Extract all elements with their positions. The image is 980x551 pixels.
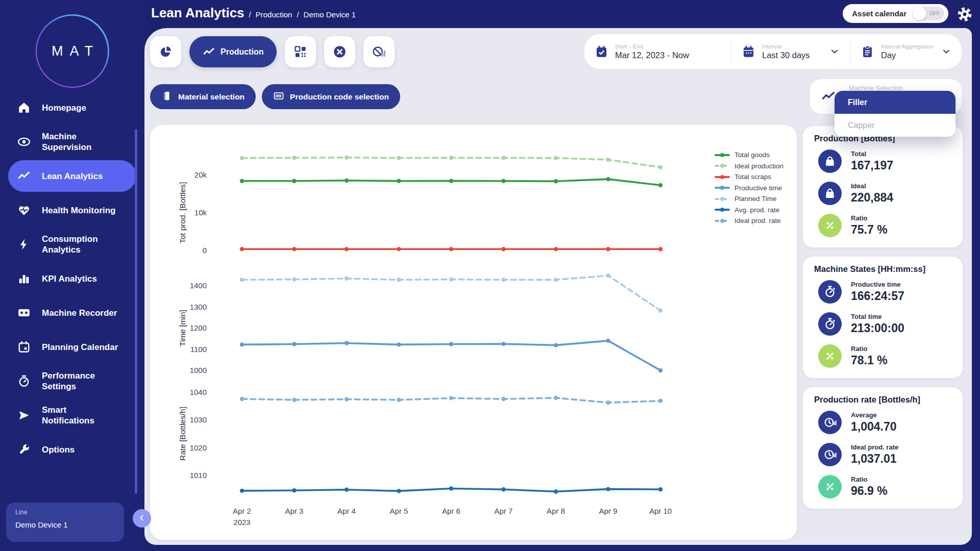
eye-icon [17,135,31,148]
svg-text:Rate [Bottles/h]: Rate [Bottles/h] [178,407,187,461]
svg-text:Tot prod. [Bottles]: Tot prod. [Bottles] [178,182,187,244]
chart-legend: Total goodsIdeal productionTotal scrapsP… [715,149,783,227]
breadcrumb-device[interactable]: Demo Device 1 [304,10,356,19]
view-switcher: Production [150,36,395,67]
barcode-icon [273,90,284,104]
selection-buttons: Material selection Production code selec… [150,84,400,109]
bars-icon [17,272,31,285]
stopwatch-icon [818,312,842,336]
sidebar-scrollbar[interactable] [135,129,137,494]
kpi-row-productive-time: Productive time166:24:57 [818,280,951,304]
sidebar-item-performance-settings[interactable]: Performance Settings [8,365,136,397]
kpi-value: 78.1 % [851,354,888,367]
production-code-selection-button[interactable]: Production code selection [262,84,400,109]
legend-label: Avg. prod. rate [734,206,779,214]
material-selection-button[interactable]: Material selection [150,84,256,109]
kpi-value: 167,197 [851,159,893,172]
sidebar-item-label: Machine Supervision [42,131,119,153]
bolt-icon [17,238,31,251]
asset-calendar-toggle[interactable]: OFF [913,7,944,20]
kpi-card-title: Machine States [HH:mm:ss] [814,264,951,274]
cassette-icon [17,306,31,319]
legend-line-sample [715,185,730,190]
percent-icon [818,475,842,498]
code-view-button[interactable] [285,36,316,67]
trend-icon [203,46,215,58]
kpi-value: 75.7 % [851,223,888,237]
legend-item-productive-time[interactable]: Productive time [715,183,783,194]
start-end-control[interactable]: Start - End Mar 12, 2023 - Now [584,40,731,63]
sidebar-item-consumption-analytics[interactable]: Consumption Analytics [8,229,136,260]
breadcrumb-production[interactable]: Production [256,10,292,19]
legend-line-sample [715,153,730,158]
sidebar-item-planning-calendar[interactable]: Planning Calendar [8,331,136,363]
legend-label: Productive time [734,184,782,192]
sidebar-item-machine-supervision[interactable]: Machine Supervision [8,126,136,158]
sidebar-item-health-monitoring[interactable]: Health Monitoring [8,194,136,226]
sidebar-item-kpi-analytics[interactable]: KPI Analytics [8,263,136,294]
device-name: Demo Device 1 [15,520,115,529]
device-card[interactable]: Line Demo Device 1 [6,503,124,542]
dropdown-option-filler[interactable]: Filler [835,91,955,114]
start-end-label: Start - End [615,43,689,49]
chevron-down-icon [829,46,840,57]
interval-select[interactable]: Interval Last 30 days [731,40,850,63]
kpi-row-average: Average1,004.70 [818,411,951,434]
rateclock-icon [818,411,842,434]
legend-item-ideal-prod-rate[interactable]: Ideal prod. rate [715,215,783,227]
legend-label: Total scraps [734,173,771,181]
legend-item-avg-prod-rate[interactable]: Avg. prod. rate [715,205,783,216]
trend-icon [17,169,31,183]
aggregation-select[interactable]: Interval Aggregation Day [850,40,962,63]
xcircle-icon [333,45,347,59]
asset-calendar-label: Asset calendar [852,9,906,18]
kpi-label: Productive time [851,281,904,288]
production-charts[interactable]: 010k20kTot prod. [Bottles]10001100120013… [150,125,797,540]
kpi-value: 166:24:57 [851,289,904,303]
sidebar-item-machine-recorder[interactable]: Machine Recorder [8,297,136,329]
stopwatch-icon [818,280,842,304]
production-view-button[interactable]: Production [189,36,277,67]
legend-item-total-goods[interactable]: Total goods [715,149,783,161]
dropdown-option-capper[interactable]: Capper [835,114,955,137]
sidebar-item-homepage[interactable]: Homepage [8,92,136,123]
kpi-row-total-time: Total time213:00:00 [818,312,951,336]
gauge-icon [17,374,31,388]
sidebar-item-options[interactable]: Options [8,434,136,465]
sidebar-collapse-button[interactable] [133,509,151,528]
percent-icon [818,344,842,368]
legend-item-planned-time[interactable]: Planned Time [715,193,783,205]
bag-icon [818,149,842,173]
toggle-state: OFF [929,11,940,16]
aggregation-label: Interval Aggregation [881,43,933,49]
sidebar-item-label: Consumption Analytics [42,234,119,255]
svg-text:1100: 1100 [190,345,207,354]
scraps-view-button[interactable] [324,36,355,67]
kpi-row-ideal: Ideal220,884 [818,182,951,205]
wrench-icon [17,443,31,456]
svg-text:Apr 9: Apr 9 [599,507,618,515]
kpi-cards-column: Production [Bottles]Total167,197Ideal220… [803,126,963,509]
mat-logo: MAT [36,14,109,88]
sidebar-item-smart-notifications[interactable]: Smart Notifications [8,399,136,431]
sidebar-item-lean-analytics[interactable]: Lean Analytics [8,160,136,192]
kpi-texts: Ratio75.7 % [851,214,888,237]
settings-button[interactable] [957,6,973,22]
pie-view-button[interactable] [150,36,181,67]
kpi-row-ratio: Ratio75.7 % [818,214,951,237]
legend-line-sample [715,196,730,202]
clipboard-icon [861,45,874,59]
svg-text:20k: 20k [194,170,207,179]
breadcrumb: Lean Analytics / Production / Demo Devic… [151,5,356,21]
kpi-texts: Productive time166:24:57 [851,281,904,303]
svg-text:Apr 8: Apr 8 [547,507,565,515]
legend-item-total-scraps[interactable]: Total scraps [715,171,783,183]
sidebar-item-label: Machine Recorder [42,308,117,318]
losses-view-button[interactable] [363,36,395,67]
sidebar-item-label: Planning Calendar [42,342,118,353]
kpi-value: 1,004.70 [851,420,897,434]
aggregation-value: Day [881,51,933,60]
kpi-row-total: Total167,197 [818,149,951,173]
calendar-icon [742,45,755,59]
legend-item-ideal-production[interactable]: Ideal production [715,161,783,172]
